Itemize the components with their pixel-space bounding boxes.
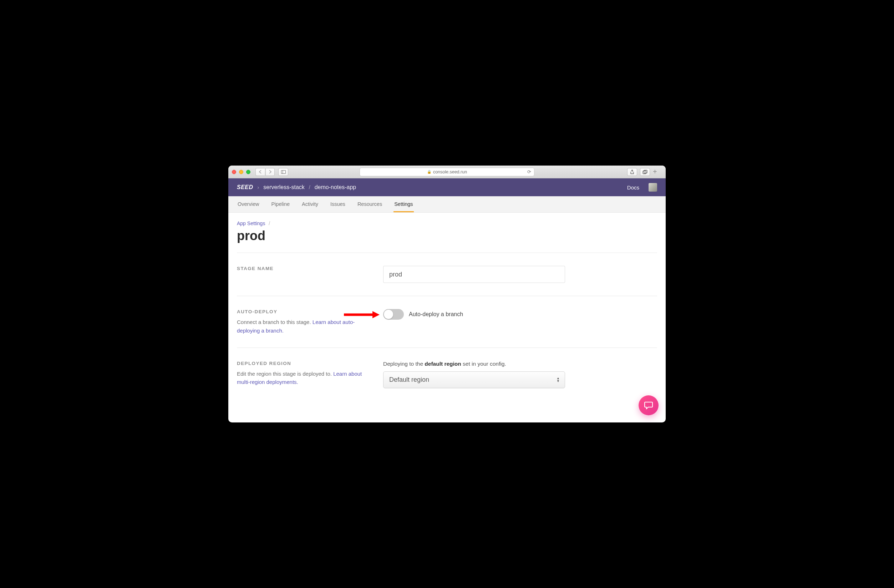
breadcrumb-sep: / xyxy=(309,184,310,190)
new-tab-button[interactable]: + xyxy=(653,168,662,176)
app-header: SEED › serverless-stack / demo-notes-app… xyxy=(228,178,666,196)
chat-icon xyxy=(644,401,653,410)
browser-titlebar: 🔒 console.seed.run ⟳ + xyxy=(228,166,666,178)
hint-strong: default region xyxy=(424,361,461,367)
region-select[interactable]: Default region ▲▼ xyxy=(383,372,565,388)
deployed-region-hint: Deploying to the default region set in y… xyxy=(383,361,657,367)
window-controls xyxy=(232,170,251,174)
section-deployed-region: DEPLOYED REGION Edit the region this sta… xyxy=(237,348,657,401)
breadcrumb-slash: / xyxy=(269,221,270,226)
auto-deploy-desc-text: Connect a branch to this stage. xyxy=(237,319,313,325)
section-stage-name: STAGE NAME xyxy=(237,253,657,296)
docs-link[interactable]: Docs xyxy=(627,184,639,190)
logo[interactable]: SEED xyxy=(237,184,253,190)
tab-overview[interactable]: Overview xyxy=(237,196,260,212)
toggle-knob xyxy=(384,310,393,319)
hint-suffix: set in your config. xyxy=(461,361,506,367)
url-text: console.seed.run xyxy=(433,169,467,174)
breadcrumb-app[interactable]: demo-notes-app xyxy=(315,184,356,190)
svg-rect-0 xyxy=(643,171,646,174)
tab-activity[interactable]: Activity xyxy=(301,196,319,212)
tab-issues[interactable]: Issues xyxy=(330,196,346,212)
tabs: Overview Pipeline Activity Issues Resour… xyxy=(228,196,666,213)
svg-marker-3 xyxy=(373,311,380,318)
avatar[interactable] xyxy=(649,183,657,192)
auto-deploy-toggle[interactable] xyxy=(383,309,404,320)
hint-prefix: Deploying to the xyxy=(383,361,424,367)
tab-resources[interactable]: Resources xyxy=(357,196,383,212)
deployed-region-desc: Edit the region this stage is deployed t… xyxy=(237,370,373,386)
tabs-button[interactable] xyxy=(640,168,650,176)
minimize-window-button[interactable] xyxy=(239,170,243,174)
share-button[interactable] xyxy=(627,168,637,176)
deployed-region-desc-text: Edit the region this stage is deployed t… xyxy=(237,371,333,377)
deployed-region-label: DEPLOYED REGION xyxy=(237,361,373,366)
content: App Settings / prod STAGE NAME AUTO-DEPL… xyxy=(228,213,666,422)
tab-settings[interactable]: Settings xyxy=(394,196,414,212)
browser-back-button[interactable] xyxy=(255,168,265,176)
select-caret-icon: ▲▼ xyxy=(557,377,560,382)
breadcrumb: App Settings / xyxy=(237,221,657,226)
chat-button[interactable] xyxy=(639,395,658,415)
sidebar-icon xyxy=(281,170,286,174)
browser-forward-button[interactable] xyxy=(266,168,275,176)
stage-name-label: STAGE NAME xyxy=(237,266,373,271)
section-auto-deploy: AUTO-DEPLOY Connect a branch to this sta… xyxy=(237,296,657,348)
browser-sidebar-button[interactable] xyxy=(278,168,288,176)
arrow-annotation-icon xyxy=(344,310,380,320)
reload-icon[interactable]: ⟳ xyxy=(527,169,531,174)
tab-pipeline[interactable]: Pipeline xyxy=(270,196,290,212)
chevron-right-icon: › xyxy=(258,184,259,190)
breadcrumb-org[interactable]: serverless-stack xyxy=(263,184,305,190)
breadcrumb-parent[interactable]: App Settings xyxy=(237,221,265,226)
svg-rect-1 xyxy=(644,170,647,173)
browser-url-bar[interactable]: 🔒 console.seed.run ⟳ xyxy=(359,168,535,176)
region-select-value: Default region xyxy=(389,376,429,384)
close-window-button[interactable] xyxy=(232,170,236,174)
maximize-window-button[interactable] xyxy=(246,170,251,174)
page-title: prod xyxy=(237,228,657,243)
lock-icon: 🔒 xyxy=(427,170,431,174)
auto-deploy-toggle-label: Auto-deploy a branch xyxy=(409,311,463,317)
stage-name-input[interactable] xyxy=(383,266,565,283)
